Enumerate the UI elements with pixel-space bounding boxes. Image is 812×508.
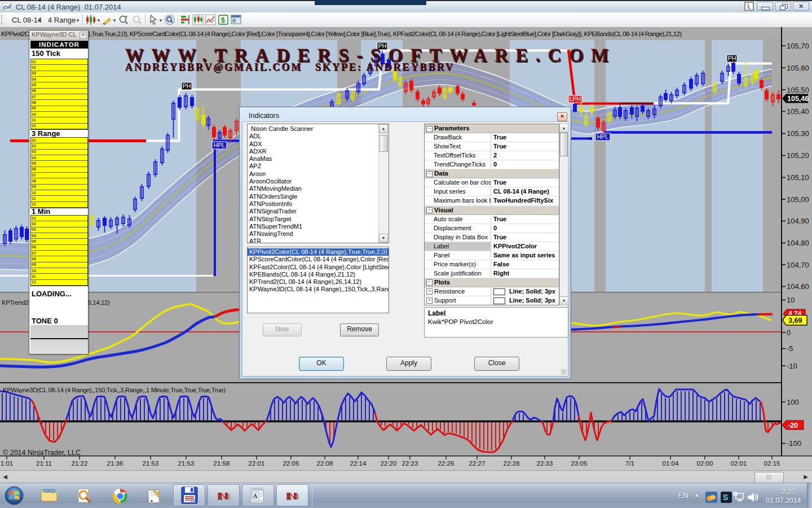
svg-text:105,30: 105,30 [787, 129, 809, 138]
svg-text:105,20: 105,20 [787, 151, 809, 160]
svg-text:KPWayne3D(CL 08-14 (4 Range),,: KPWayne3D(CL 08-14 (4 Range),,150,Tick,,… [3, 387, 226, 393]
svg-text:22:14: 22:14 [350, 460, 367, 467]
svg-text:21:11: 21:11 [36, 460, 52, 467]
svg-text:105,00: 105,00 [787, 195, 809, 204]
svg-text:3,69: 3,69 [788, 317, 802, 325]
svg-text:7/1: 7/1 [625, 460, 634, 467]
svg-text:105,70: 105,70 [787, 42, 809, 50]
svg-text:02:00: 02:00 [697, 460, 713, 467]
svg-text:-20: -20 [788, 422, 798, 430]
svg-text:104,60: 104,60 [787, 282, 809, 291]
svg-text:21:58: 21:58 [214, 460, 230, 467]
svg-text:22:27: 22:27 [469, 460, 486, 467]
svg-text:21:53: 21:53 [143, 460, 159, 467]
svg-text:104,90: 104,90 [787, 217, 809, 225]
svg-text:21:53: 21:53 [178, 460, 195, 467]
svg-text:104,70: 104,70 [787, 261, 809, 269]
svg-text:© 2014 NinjaTrader, LLC: © 2014 NinjaTrader, LLC [3, 449, 81, 457]
svg-text:02:01: 02:01 [731, 460, 747, 467]
svg-text:21:22: 21:22 [72, 460, 88, 467]
svg-text:23:05: 23:05 [571, 460, 588, 467]
svg-text:22:23: 22:23 [402, 460, 418, 467]
svg-text:104,80: 104,80 [787, 239, 809, 247]
svg-text:S: S [723, 493, 728, 502]
svg-text:105,40: 105,40 [787, 107, 809, 116]
svg-text:22:05: 22:05 [283, 460, 299, 467]
svg-text:22:08: 22:08 [317, 460, 333, 467]
svg-text:0: 0 [787, 329, 791, 337]
svg-text:02:15: 02:15 [764, 460, 780, 467]
svg-text:PH: PH [183, 82, 191, 89]
svg-text:-10: -10 [787, 362, 797, 370]
svg-text:1:01: 1:01 [1, 460, 13, 467]
svg-text:-5: -5 [787, 344, 793, 353]
svg-text:LPH: LPH [570, 95, 581, 102]
svg-text:105,60: 105,60 [787, 64, 809, 72]
svg-text:10: 10 [787, 296, 795, 304]
svg-text:HPL: HPL [214, 142, 226, 148]
svg-text:A: A [253, 492, 258, 499]
svg-text:-64-: -64- [189, 498, 196, 502]
svg-text:21:36: 21:36 [107, 460, 123, 467]
svg-text:22:33: 22:33 [537, 460, 553, 467]
svg-text:22:20: 22:20 [381, 460, 397, 467]
svg-text:-100: -100 [787, 439, 801, 448]
svg-text:105,46: 105,46 [787, 95, 809, 103]
svg-text:HPL: HPL [597, 133, 609, 140]
svg-text:105,10: 105,10 [787, 173, 809, 182]
svg-text:22:28: 22:28 [504, 460, 520, 467]
svg-text:22:26: 22:26 [438, 460, 454, 467]
svg-text:100: 100 [787, 398, 799, 406]
svg-text:22:01: 22:01 [249, 460, 265, 467]
svg-text:01:04: 01:04 [663, 460, 679, 467]
svg-text:105,50: 105,50 [787, 86, 809, 94]
svg-text:PH: PH [728, 55, 736, 62]
